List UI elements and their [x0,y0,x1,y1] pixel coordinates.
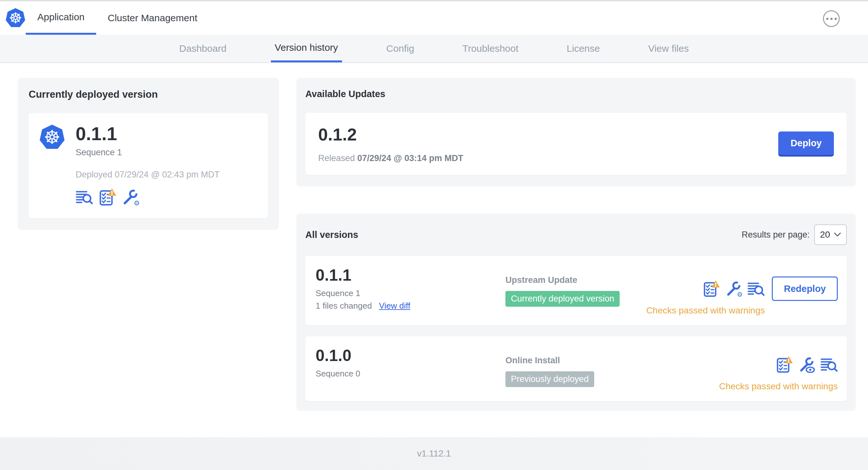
all-versions-header: All versions Results per page: 20 [305,224,847,245]
results-per-page-value: 20 [820,230,830,240]
tab-cluster-management[interactable]: Cluster Management [96,1,209,35]
row-sequence: Sequence 0 [316,369,505,379]
app-subnav: Dashboard Version history Config Trouble… [0,35,868,63]
deployed-timestamp: Deployed 07/29/24 @ 02:43 pm MDT [75,170,220,180]
redeploy-button[interactable]: Redeploy [772,276,838,301]
subnav-tab-dashboard[interactable]: Dashboard [175,35,230,62]
update-released-line: Released 07/29/24 @ 03:14 pm MDT [318,153,463,163]
chevron-down-icon [834,232,841,237]
all-versions-title: All versions [305,230,358,240]
subnav-tab-view-files[interactable]: View files [644,35,693,62]
available-update-row: 0.1.2 Released 07/29/24 @ 03:14 pm MDT D… [305,113,847,175]
file-diff-icon[interactable] [75,189,93,205]
row-source-label: Upstream Update [505,275,646,285]
subnav-tab-version-history[interactable]: Version history [271,35,342,62]
preflight-checks-warning-icon[interactable] [775,356,793,373]
update-released-date: 07/29/24 @ 03:14 pm MDT [358,153,463,163]
currently-deployed-badge: Currently deployed version [505,291,620,307]
row-source-label: Online Install [505,356,719,366]
results-per-page-select[interactable]: 20 [814,224,847,245]
app-screen: ☸ Application Cluster Management Dashboa… [0,0,868,470]
subnav-tab-config[interactable]: Config [382,35,418,62]
console-version: v1.112.1 [417,448,451,459]
tab-application-label: Application [37,11,85,23]
files-changed-label: 1 files changed [316,301,372,311]
file-diff-icon[interactable] [820,356,838,373]
subnav-tab-troubleshoot[interactable]: Troubleshoot [459,35,522,62]
app-header: ☸ Application Cluster Management [0,1,868,35]
kubernetes-app-icon: ☸ [39,124,65,150]
tab-application[interactable]: Application [26,1,96,35]
svg-text:⚙: ⚙ [134,199,139,206]
update-version-number: 0.1.2 [318,125,463,144]
tab-cluster-management-label: Cluster Management [108,12,197,24]
currently-deployed-inner: ☸ 0.1.1 Sequence 1 Deployed 07/29/24 @ 0… [29,113,268,218]
view-diff-link[interactable]: View diff [379,301,410,311]
deploy-button[interactable]: Deploy [778,132,834,157]
deployed-version-number: 0.1.1 [75,124,220,144]
results-per-page: Results per page: 20 [742,224,847,245]
ellipsis-dot [826,18,829,20]
view-config-wrench-eye-icon[interactable] [799,356,815,373]
preflight-checks-warning-icon[interactable] [98,188,117,206]
file-diff-icon[interactable] [747,280,765,297]
ellipsis-menu-button[interactable] [823,10,840,27]
right-column: Available Updates 0.1.2 Released 07/29/2… [296,78,856,411]
version-row-0-1-0: 0.1.0 Sequence 0 Online Install Previous… [305,336,847,401]
available-updates-title: Available Updates [305,89,847,99]
row-sequence: Sequence 1 [316,289,505,298]
kubernetes-logo-icon: ☸ [5,8,26,28]
previously-deployed-badge: Previously deployed [505,371,594,387]
main-content: Currently deployed version ☸ 0.1.1 Seque… [0,63,868,437]
preflight-checks-warning-icon[interactable] [702,280,720,297]
svg-text:⚙: ⚙ [737,291,743,297]
app-footer: v1.112.1 [0,437,868,470]
all-versions-card: All versions Results per page: 20 0.1.1 … [296,213,856,411]
currently-deployed-card: Currently deployed version ☸ 0.1.1 Seque… [18,78,279,230]
preflight-status-text: Checks passed with warnings [719,381,838,392]
edit-config-wrench-gear-icon[interactable]: ⚙ [122,189,139,206]
deployed-version-actions: ⚙ [75,188,220,206]
row-action-icons [775,352,838,377]
row-version-number: 0.1.1 [316,267,505,284]
currently-deployed-title: Currently deployed version [29,89,268,100]
preflight-status-text: Checks passed with warnings [646,305,765,316]
subnav-tab-license[interactable]: License [563,35,603,62]
row-action-icons: ⚙ [702,276,765,301]
deployed-sequence: Sequence 1 [75,147,220,158]
edit-config-wrench-gear-icon[interactable]: ⚙ [725,280,742,297]
version-row-0-1-1: 0.1.1 Sequence 1 1 files changed View di… [305,256,847,325]
results-per-page-label: Results per page: [742,230,810,240]
available-updates-card: Available Updates 0.1.2 Released 07/29/2… [296,78,856,187]
row-version-number: 0.1.0 [316,347,505,364]
